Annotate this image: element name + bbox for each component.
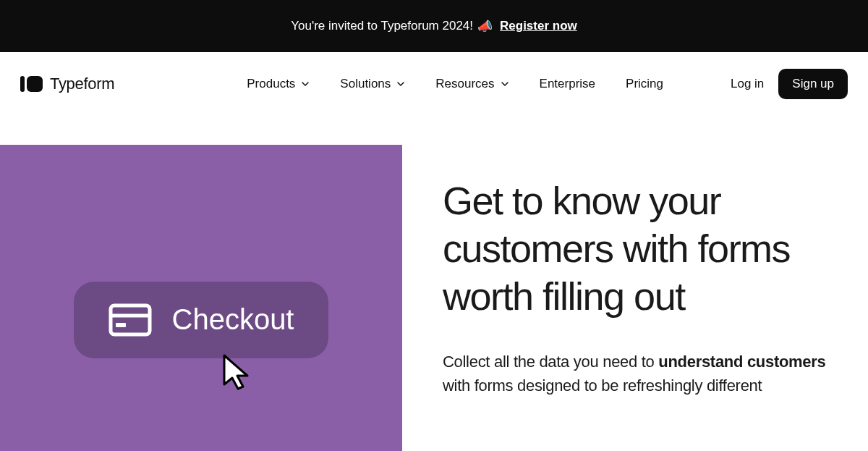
chevron-down-icon: [301, 80, 310, 88]
hero-illustration: Checkout: [0, 145, 402, 451]
svg-rect-0: [111, 305, 150, 334]
main-navbar: Typeform Products Solutions Resources En…: [0, 52, 868, 116]
announcement-register-link[interactable]: Register now: [500, 19, 577, 33]
nav-center: Products Solutions Resources Enterprise …: [182, 77, 663, 91]
login-link[interactable]: Log in: [731, 77, 764, 91]
logo-text: Typeform: [50, 75, 114, 93]
checkout-label: Checkout: [172, 303, 294, 336]
svg-rect-2: [116, 323, 126, 327]
nav-label: Resources: [435, 77, 494, 91]
checkout-illustration-button: Checkout: [74, 282, 329, 358]
hero-section: Checkout Get to know your customers with…: [0, 145, 868, 451]
nav-label: Pricing: [626, 77, 663, 91]
hero-headline: Get to know your customers with forms wo…: [443, 177, 839, 321]
subtext-suffix: with forms designed to be refreshingly d…: [443, 376, 762, 395]
nav-item-products[interactable]: Products: [247, 77, 310, 91]
nav-item-solutions[interactable]: Solutions: [340, 77, 405, 91]
nav-item-pricing[interactable]: Pricing: [626, 77, 663, 91]
megaphone-icon: 📣: [477, 19, 493, 34]
hero-subtext: Collect all the data you need to underst…: [443, 350, 839, 397]
cursor-icon: [218, 351, 255, 395]
nav-label: Solutions: [340, 77, 391, 91]
subtext-prefix: Collect all the data you need to: [443, 353, 658, 371]
announcement-text: You're invited to Typeforum 2024!: [291, 19, 473, 33]
logo-mark-icon: [20, 76, 43, 92]
nav-label: Enterprise: [540, 77, 595, 91]
nav-label: Products: [247, 77, 295, 91]
announcement-bar: You're invited to Typeforum 2024! 📣 Regi…: [0, 0, 868, 52]
subtext-bold: understand customers: [658, 353, 825, 371]
logo[interactable]: Typeform: [20, 75, 114, 93]
nav-item-resources[interactable]: Resources: [435, 77, 509, 91]
nav-item-enterprise[interactable]: Enterprise: [540, 77, 595, 91]
chevron-down-icon: [396, 80, 405, 88]
credit-card-icon: [109, 303, 152, 337]
chevron-down-icon: [501, 80, 509, 88]
signup-button[interactable]: Sign up: [778, 69, 848, 99]
hero-content: Get to know your customers with forms wo…: [402, 145, 868, 451]
nav-right: Log in Sign up: [731, 69, 848, 99]
